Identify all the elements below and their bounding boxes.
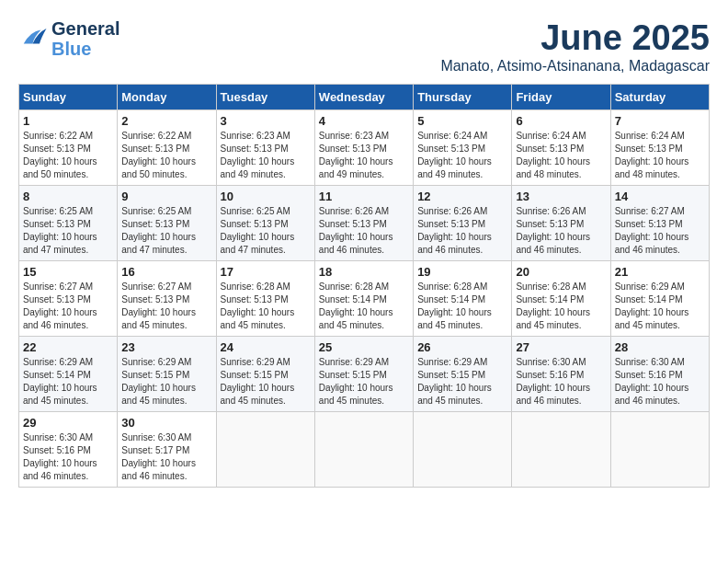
- calendar-cell: [512, 412, 610, 488]
- day-number: 27: [516, 340, 606, 354]
- day-info: Sunrise: 6:28 AM Sunset: 5:14 PM Dayligh…: [516, 281, 606, 332]
- calendar-cell: 22 Sunrise: 6:29 AM Sunset: 5:14 PM Dayl…: [19, 337, 118, 412]
- day-number: 10: [221, 190, 311, 203]
- calendar-cell: 21 Sunrise: 6:29 AM Sunset: 5:14 PM Dayl…: [610, 261, 709, 337]
- header-tuesday: Tuesday: [216, 85, 314, 110]
- calendar-cell: 12 Sunrise: 6:26 AM Sunset: 5:13 PM Dayl…: [414, 186, 512, 261]
- day-number: 30: [121, 416, 211, 430]
- calendar-cell: 24 Sunrise: 6:29 AM Sunset: 5:15 PM Dayl…: [216, 337, 314, 412]
- calendar-cell: 19 Sunrise: 6:28 AM Sunset: 5:14 PM Dayl…: [414, 261, 512, 337]
- calendar-cell: 28 Sunrise: 6:30 AM Sunset: 5:16 PM Dayl…: [610, 337, 709, 412]
- calendar-cell: 27 Sunrise: 6:30 AM Sunset: 5:16 PM Dayl…: [512, 337, 610, 412]
- day-info: Sunrise: 6:23 AM Sunset: 5:13 PM Dayligh…: [221, 130, 311, 181]
- day-number: 5: [417, 114, 507, 128]
- calendar-cell: [414, 412, 512, 488]
- page-header: General Blue June 2025 Manato, Atsimo-At…: [18, 18, 710, 75]
- day-number: 16: [121, 265, 211, 279]
- day-number: 1: [23, 114, 113, 128]
- month-title: June 2025: [440, 18, 710, 58]
- week-row-2: 8 Sunrise: 6:25 AM Sunset: 5:13 PM Dayli…: [19, 186, 710, 261]
- day-number: 2: [121, 114, 211, 128]
- day-number: 4: [319, 114, 409, 128]
- calendar-cell: 8 Sunrise: 6:25 AM Sunset: 5:13 PM Dayli…: [19, 186, 118, 261]
- day-number: 7: [615, 114, 705, 128]
- day-number: 3: [221, 114, 311, 128]
- day-info: Sunrise: 6:27 AM Sunset: 5:13 PM Dayligh…: [121, 281, 211, 332]
- calendar-cell: 3 Sunrise: 6:23 AM Sunset: 5:13 PM Dayli…: [216, 110, 314, 186]
- day-info: Sunrise: 6:23 AM Sunset: 5:13 PM Dayligh…: [319, 130, 409, 181]
- day-info: Sunrise: 6:26 AM Sunset: 5:13 PM Dayligh…: [417, 205, 507, 257]
- calendar-cell: 13 Sunrise: 6:26 AM Sunset: 5:13 PM Dayl…: [512, 186, 610, 261]
- day-info: Sunrise: 6:25 AM Sunset: 5:13 PM Dayligh…: [121, 205, 211, 257]
- day-number: 19: [417, 265, 507, 279]
- title-area: June 2025 Manato, Atsimo-Atsinanana, Mad…: [440, 18, 710, 75]
- day-info: Sunrise: 6:29 AM Sunset: 5:14 PM Dayligh…: [615, 281, 705, 332]
- day-number: 24: [221, 340, 311, 354]
- day-info: Sunrise: 6:29 AM Sunset: 5:15 PM Dayligh…: [319, 356, 409, 408]
- weekday-header-row: Sunday Monday Tuesday Wednesday Thursday…: [19, 85, 710, 110]
- calendar-cell: 4 Sunrise: 6:23 AM Sunset: 5:13 PM Dayli…: [314, 110, 413, 186]
- header-monday: Monday: [118, 85, 216, 110]
- logo-icon: [20, 24, 48, 50]
- day-info: Sunrise: 6:22 AM Sunset: 5:13 PM Dayligh…: [23, 130, 113, 181]
- day-info: Sunrise: 6:30 AM Sunset: 5:17 PM Dayligh…: [121, 431, 211, 483]
- calendar-cell: 10 Sunrise: 6:25 AM Sunset: 5:13 PM Dayl…: [216, 186, 314, 261]
- day-number: 29: [23, 416, 113, 430]
- day-number: 21: [615, 265, 705, 279]
- calendar-cell: 16 Sunrise: 6:27 AM Sunset: 5:13 PM Dayl…: [118, 261, 216, 337]
- calendar-cell: [314, 412, 413, 488]
- calendar-cell: 14 Sunrise: 6:27 AM Sunset: 5:13 PM Dayl…: [610, 186, 709, 261]
- calendar-cell: 2 Sunrise: 6:22 AM Sunset: 5:13 PM Dayli…: [118, 110, 216, 186]
- day-info: Sunrise: 6:30 AM Sunset: 5:16 PM Dayligh…: [615, 356, 705, 408]
- day-number: 6: [516, 114, 606, 128]
- logo-general-text: General: [51, 18, 119, 39]
- day-info: Sunrise: 6:26 AM Sunset: 5:13 PM Dayligh…: [516, 205, 606, 257]
- calendar-cell: 29 Sunrise: 6:30 AM Sunset: 5:16 PM Dayl…: [19, 412, 118, 488]
- calendar-cell: [610, 412, 709, 488]
- header-wednesday: Wednesday: [314, 85, 413, 110]
- day-number: 14: [615, 190, 705, 203]
- day-info: Sunrise: 6:30 AM Sunset: 5:16 PM Dayligh…: [516, 356, 606, 408]
- day-info: Sunrise: 6:30 AM Sunset: 5:16 PM Dayligh…: [23, 431, 113, 483]
- day-number: 15: [23, 265, 113, 279]
- day-info: Sunrise: 6:29 AM Sunset: 5:15 PM Dayligh…: [417, 356, 507, 408]
- calendar-cell: 5 Sunrise: 6:24 AM Sunset: 5:13 PM Dayli…: [414, 110, 512, 186]
- calendar-cell: 7 Sunrise: 6:24 AM Sunset: 5:13 PM Dayli…: [610, 110, 709, 186]
- day-info: Sunrise: 6:28 AM Sunset: 5:14 PM Dayligh…: [417, 281, 507, 332]
- calendar-cell: 20 Sunrise: 6:28 AM Sunset: 5:14 PM Dayl…: [512, 261, 610, 337]
- header-sunday: Sunday: [19, 85, 118, 110]
- calendar-table: Sunday Monday Tuesday Wednesday Thursday…: [18, 84, 710, 488]
- calendar-cell: 1 Sunrise: 6:22 AM Sunset: 5:13 PM Dayli…: [19, 110, 118, 186]
- day-info: Sunrise: 6:27 AM Sunset: 5:13 PM Dayligh…: [23, 281, 113, 332]
- day-number: 9: [121, 190, 211, 203]
- calendar-cell: 25 Sunrise: 6:29 AM Sunset: 5:15 PM Dayl…: [314, 337, 413, 412]
- calendar-cell: 18 Sunrise: 6:28 AM Sunset: 5:14 PM Dayl…: [314, 261, 413, 337]
- week-row-5: 29 Sunrise: 6:30 AM Sunset: 5:16 PM Dayl…: [19, 412, 710, 488]
- day-number: 12: [417, 190, 507, 203]
- day-number: 8: [23, 190, 113, 203]
- header-thursday: Thursday: [414, 85, 512, 110]
- day-info: Sunrise: 6:28 AM Sunset: 5:13 PM Dayligh…: [221, 281, 311, 332]
- day-number: 25: [319, 340, 409, 354]
- day-number: 26: [417, 340, 507, 354]
- day-info: Sunrise: 6:22 AM Sunset: 5:13 PM Dayligh…: [121, 130, 211, 181]
- day-info: Sunrise: 6:24 AM Sunset: 5:13 PM Dayligh…: [615, 130, 705, 181]
- day-number: 20: [516, 265, 606, 279]
- day-number: 11: [319, 190, 409, 203]
- day-info: Sunrise: 6:25 AM Sunset: 5:13 PM Dayligh…: [23, 205, 113, 257]
- week-row-4: 22 Sunrise: 6:29 AM Sunset: 5:14 PM Dayl…: [19, 337, 710, 412]
- location-title: Manato, Atsimo-Atsinanana, Madagascar: [440, 58, 710, 75]
- day-number: 18: [319, 265, 409, 279]
- calendar-cell: 11 Sunrise: 6:26 AM Sunset: 5:13 PM Dayl…: [314, 186, 413, 261]
- calendar-cell: 6 Sunrise: 6:24 AM Sunset: 5:13 PM Dayli…: [512, 110, 610, 186]
- day-info: Sunrise: 6:24 AM Sunset: 5:13 PM Dayligh…: [417, 130, 507, 181]
- day-info: Sunrise: 6:29 AM Sunset: 5:14 PM Dayligh…: [23, 356, 113, 408]
- day-info: Sunrise: 6:26 AM Sunset: 5:13 PM Dayligh…: [319, 205, 409, 257]
- week-row-3: 15 Sunrise: 6:27 AM Sunset: 5:13 PM Dayl…: [19, 261, 710, 337]
- calendar-cell: 9 Sunrise: 6:25 AM Sunset: 5:13 PM Dayli…: [118, 186, 216, 261]
- day-info: Sunrise: 6:25 AM Sunset: 5:13 PM Dayligh…: [221, 205, 311, 257]
- calendar-cell: 26 Sunrise: 6:29 AM Sunset: 5:15 PM Dayl…: [414, 337, 512, 412]
- day-number: 22: [23, 340, 113, 354]
- calendar-cell: [216, 412, 314, 488]
- calendar-cell: 15 Sunrise: 6:27 AM Sunset: 5:13 PM Dayl…: [19, 261, 118, 337]
